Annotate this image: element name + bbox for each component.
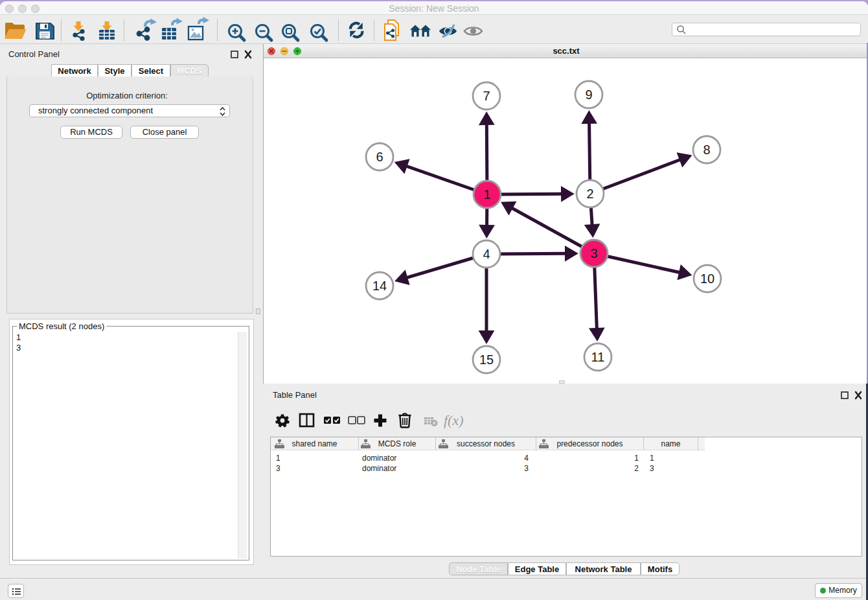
svg-text:1: 1 [483,187,490,202]
svg-text:f(x): f(x) [444,412,464,428]
svg-text:6: 6 [376,150,383,164]
svg-text:10: 10 [700,271,714,286]
svg-text:11: 11 [591,350,605,364]
svg-text:3: 3 [590,246,597,260]
svg-text:8: 8 [703,143,710,157]
svg-text:14: 14 [372,279,387,293]
svg-text:4: 4 [483,247,490,261]
svg-text:9: 9 [585,87,592,102]
svg-text:15: 15 [479,352,494,367]
svg-text:7: 7 [483,89,490,103]
svg-text:2: 2 [586,187,593,201]
